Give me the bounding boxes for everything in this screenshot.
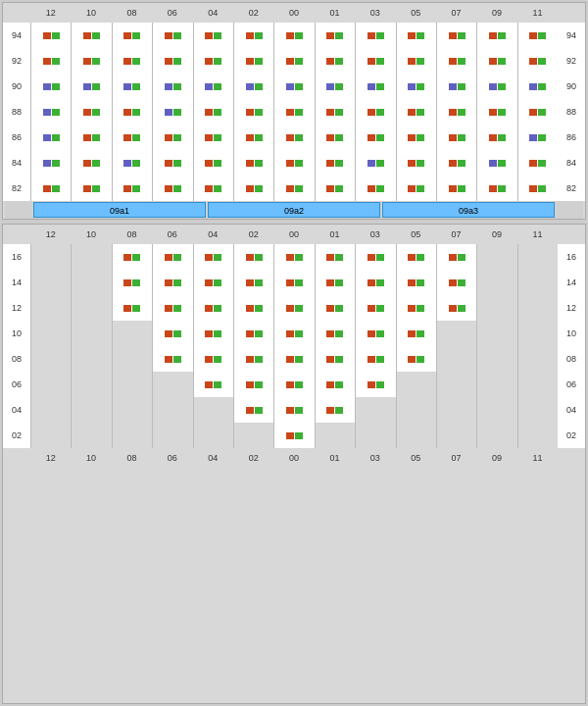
- grid-cell-empty: [517, 346, 558, 372]
- grid-cell: [273, 48, 314, 74]
- seat: [123, 134, 131, 141]
- col-header-cell: 07: [436, 229, 476, 239]
- grid-cell-empty: [30, 397, 71, 423]
- seat-pair: [368, 83, 384, 90]
- grid-cell: [355, 99, 395, 125]
- col-header-cell: 06: [152, 229, 192, 239]
- seat: [449, 134, 457, 141]
- grid-cell-empty: [436, 346, 476, 372]
- grid-cell-empty: [517, 295, 558, 321]
- grid-cell: [396, 346, 436, 372]
- grid-cell: [30, 48, 71, 74]
- grid-cell: [436, 48, 476, 74]
- grid-cell: [152, 176, 192, 201]
- seat: [173, 134, 181, 141]
- section-label: 09a2: [208, 202, 380, 218]
- grid-cell: [30, 74, 71, 99]
- seat: [326, 58, 334, 65]
- row-header-left: 88: [3, 107, 30, 117]
- seat: [173, 109, 181, 116]
- seat-pair: [246, 356, 263, 363]
- seat-pair: [326, 330, 343, 337]
- seat: [416, 330, 424, 337]
- grid-cell: [517, 48, 558, 74]
- grid-cell: [71, 150, 111, 176]
- seat-pair: [165, 109, 181, 116]
- seat: [83, 160, 91, 167]
- seat: [123, 305, 131, 312]
- grid-cell-empty: [476, 244, 516, 270]
- seat-pair: [408, 254, 424, 261]
- grid-cell-empty: [476, 346, 516, 372]
- seat: [83, 83, 91, 90]
- grid-cell: [273, 423, 314, 448]
- seat: [205, 254, 213, 261]
- seat-pair: [408, 109, 424, 116]
- seat: [458, 58, 466, 65]
- seat: [368, 330, 375, 337]
- grid-cell: [436, 99, 476, 125]
- seat: [255, 83, 263, 90]
- seat: [246, 407, 254, 414]
- seat-pair: [205, 83, 221, 90]
- col-header-cell: 11: [517, 229, 558, 239]
- seat-pair: [246, 185, 263, 192]
- seat-pair: [408, 279, 424, 286]
- seat: [286, 432, 294, 439]
- grid-cell: [476, 176, 516, 201]
- grid-cell: [233, 99, 273, 125]
- col-header-cell: 06: [152, 453, 192, 463]
- grid-cell: [517, 176, 558, 201]
- seat-pair: [205, 185, 221, 192]
- seat-pair: [123, 305, 140, 312]
- seat-pair: [165, 134, 181, 141]
- grid-row: 9494: [3, 23, 585, 48]
- grid-cell: [355, 244, 395, 270]
- seat: [295, 160, 303, 167]
- grid-cell: [396, 244, 436, 270]
- seat: [295, 109, 303, 116]
- seat: [165, 83, 172, 90]
- grid-cell: [517, 23, 558, 48]
- seat: [214, 381, 221, 388]
- seat: [295, 279, 303, 286]
- seat-pair: [246, 160, 263, 167]
- seat-pair: [286, 58, 303, 65]
- grid-row: 0404: [3, 397, 585, 423]
- seat: [43, 160, 51, 167]
- seat: [529, 185, 537, 192]
- grid-cell: [396, 48, 436, 74]
- seat: [295, 32, 303, 39]
- grid-row: 0202: [3, 423, 585, 448]
- seat: [335, 356, 343, 363]
- grid-cell-empty: [112, 423, 152, 448]
- row-header-left: 84: [3, 158, 30, 168]
- seat-pair: [368, 305, 384, 312]
- seat: [246, 305, 254, 312]
- seat-pair: [205, 134, 221, 141]
- seat: [335, 134, 343, 141]
- seat: [538, 32, 546, 39]
- seat-pair: [326, 407, 343, 414]
- seat: [132, 83, 140, 90]
- col-header-cell: 09: [476, 229, 516, 239]
- seat: [123, 83, 131, 90]
- grid-cell-empty: [71, 244, 111, 270]
- grid-cell-empty: [112, 346, 152, 372]
- seat: [408, 109, 416, 116]
- seat: [335, 109, 343, 116]
- seat: [132, 279, 140, 286]
- seat: [173, 83, 181, 90]
- seat: [295, 83, 303, 90]
- grid-cell: [30, 176, 71, 201]
- grid-cell: [112, 244, 152, 270]
- seat: [529, 83, 537, 90]
- seat: [255, 407, 263, 414]
- seat: [214, 279, 221, 286]
- col-header-cell: 00: [273, 453, 314, 463]
- grid-cell: [355, 346, 395, 372]
- seat-pair: [205, 356, 221, 363]
- grid-cell-empty: [193, 397, 233, 423]
- seat: [165, 185, 172, 192]
- main-container: 12100806040200010305070911 9494929290908…: [0, 0, 588, 706]
